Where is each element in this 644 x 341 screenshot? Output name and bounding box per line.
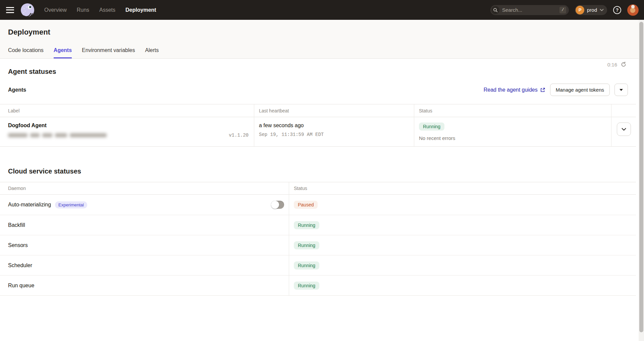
column-header-last-heartbeat: Last heartbeat [254,104,414,117]
daemon-row-scheduler: Scheduler [0,255,289,275]
search-placeholder: Search... [502,7,522,13]
manage-agent-tokens-button[interactable]: Manage agent tokens [550,84,610,96]
status-badge-running: Running [294,221,319,229]
status-badge-running: Running [294,261,319,270]
daemon-row-run-queue: Run queue [0,275,289,295]
column-header-status: Status [289,182,636,195]
nav-item-runs[interactable]: Runs [77,7,89,13]
refresh-zone: 0:16 [607,61,627,67]
agents-toolbar-actions: Read the agent guides Manage agent token… [484,84,628,96]
agents-section-label: Agents [8,87,26,93]
cloud-services-table: Daemon Status Auto-materializing Experim… [0,182,636,296]
daemon-name: Scheduler [8,262,32,269]
status-badge-running: Running [294,282,319,290]
agents-table: Label Last heartbeat Status Dogfood Agen… [0,104,636,147]
daemon-row-auto-materializing: Auto-materializing Experimental [0,195,289,215]
experimental-badge: Experimental [55,201,87,208]
agent-guides-link-label: Read the agent guides [484,87,538,93]
search-icon [491,6,499,14]
daemon-status-cell: Running [289,255,636,275]
daemon-status-cell: Running [289,215,636,235]
agent-actions-dropdown-button[interactable] [614,84,628,96]
daemon-status-cell: Paused [289,195,636,215]
tab-agents[interactable]: Agents [54,47,72,58]
chevron-down-icon [622,128,626,131]
deployment-tabs: Code locations Agents Environment variab… [8,47,631,58]
search-input[interactable]: Search... / [490,5,569,15]
status-badge-running: Running [294,241,319,249]
user-avatar[interactable] [627,4,639,16]
refresh-icon[interactable] [621,61,627,67]
help-icon[interactable]: ? [613,6,621,14]
agent-guides-link[interactable]: Read the agent guides [484,87,545,93]
agent-id-redacted [8,133,107,137]
heartbeat-relative: a few seconds ago [259,123,414,129]
status-badge-paused: Paused [294,201,318,209]
dagster-logo-icon[interactable] [20,3,35,17]
agent-actions-cell [611,117,636,146]
external-link-icon [540,87,545,93]
agent-row-expand-button[interactable] [617,123,631,136]
primary-nav: Overview Runs Assets Deployment [44,7,156,13]
chevron-down-icon [600,9,604,11]
agent-errors-text: No recent errors [419,135,611,141]
org-name: prod [587,7,597,13]
page-header: Deployment Code locations Agents Environ… [0,20,639,59]
refresh-timer: 0:16 [607,62,617,67]
agent-statuses-heading: Agent statuses [0,68,644,76]
column-header-actions [611,104,636,117]
agents-toolbar: Agents Read the agent guides Manage agen… [0,84,644,96]
nav-item-overview[interactable]: Overview [44,7,67,13]
agent-version: v1.1.20 [229,133,249,138]
org-switcher[interactable]: P prod [575,5,607,15]
search-shortcut-key: / [559,7,566,13]
page-title: Deployment [8,28,631,37]
auto-materializing-toggle[interactable] [271,201,284,209]
hamburger-menu-icon[interactable] [6,7,14,13]
daemon-name: Sensors [8,242,28,248]
daemon-name: Auto-materializing [8,202,51,208]
heartbeat-absolute: Sep 19, 11:31:59 AM EDT [259,132,414,137]
daemon-name: Run queue [8,283,34,289]
tab-environment-variables[interactable]: Environment variables [82,47,135,58]
caret-down-icon [620,89,623,91]
agent-heartbeat-cell: a few seconds ago Sep 19, 11:31:59 AM ED… [254,117,414,146]
tab-code-locations[interactable]: Code locations [8,47,44,58]
nav-item-deployment[interactable]: Deployment [125,7,156,13]
daemon-status-cell: Running [289,235,636,255]
scrollbar-thumb[interactable] [639,22,643,332]
toggle-knob [271,201,279,209]
daemon-row-backfill: Backfill [0,215,289,235]
agent-name: Dogfood Agent [8,123,254,129]
nav-item-assets[interactable]: Assets [99,7,115,13]
org-avatar: P [576,6,584,14]
daemon-name: Backfill [8,222,25,228]
column-header-status: Status [414,104,611,117]
agent-label-cell: Dogfood Agent v1.1.20 [0,117,254,146]
cloud-service-statuses-heading: Cloud service statuses [0,167,644,175]
daemon-row-sensors: Sensors [0,235,289,255]
daemon-status-cell: Running [289,275,636,295]
top-nav-right: Search... / P prod ? [490,4,639,16]
top-nav: Overview Runs Assets Deployment Search..… [0,0,644,20]
column-header-daemon: Daemon [0,182,289,195]
agent-status-badge: Running [419,123,444,131]
page-scrollbar[interactable] [639,20,644,341]
agent-status-cell: Running No recent errors [414,117,611,146]
column-header-label: Label [0,104,254,117]
tab-alerts[interactable]: Alerts [145,47,159,58]
